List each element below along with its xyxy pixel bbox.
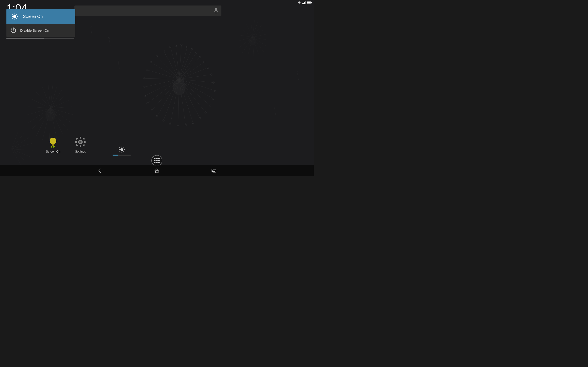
dropdown-menu: Screen On Disable Screen On bbox=[6, 9, 75, 37]
svg-line-90 bbox=[253, 25, 262, 37]
svg-rect-155 bbox=[51, 147, 52, 148]
svg-line-92 bbox=[253, 34, 268, 37]
svg-line-103 bbox=[241, 29, 253, 37]
dropdown-header: Screen On bbox=[6, 9, 75, 24]
search-bar[interactable] bbox=[74, 6, 221, 16]
svg-point-122 bbox=[297, 72, 298, 73]
svg-line-5 bbox=[179, 53, 196, 79]
dropdown-header-title: Screen On bbox=[23, 14, 43, 19]
svg-line-2 bbox=[179, 45, 182, 79]
svg-line-27 bbox=[147, 70, 179, 79]
svg-line-141 bbox=[13, 18, 13, 19]
svg-line-107 bbox=[11, 138, 29, 149]
svg-line-89 bbox=[253, 22, 258, 37]
svg-line-151 bbox=[55, 138, 56, 139]
svg-line-6 bbox=[179, 57, 200, 79]
svg-line-121 bbox=[297, 73, 299, 80]
svg-line-175 bbox=[120, 151, 120, 152]
back-button[interactable] bbox=[95, 165, 105, 176]
recents-button[interactable] bbox=[208, 165, 219, 176]
screen-on-icon-image bbox=[47, 135, 60, 148]
app-drawer bbox=[151, 155, 162, 166]
brightness-fill bbox=[112, 155, 118, 156]
svg-line-102 bbox=[238, 35, 253, 37]
dots-grid bbox=[154, 158, 160, 163]
svg-rect-153 bbox=[52, 146, 54, 147]
dot-4 bbox=[154, 160, 156, 161]
dot-9 bbox=[158, 162, 160, 163]
home-button[interactable] bbox=[151, 165, 162, 176]
brightness-widget bbox=[112, 146, 131, 156]
svg-rect-126 bbox=[305, 1, 306, 4]
svg-line-113 bbox=[91, 27, 92, 34]
svg-line-139 bbox=[16, 18, 17, 19]
svg-line-110 bbox=[11, 149, 31, 157]
icon-group: Screen On Settings bbox=[46, 135, 87, 153]
svg-point-142 bbox=[50, 138, 56, 144]
app-drawer-button[interactable] bbox=[151, 155, 162, 166]
dot-8 bbox=[156, 162, 157, 163]
scroll-indicator bbox=[6, 38, 74, 39]
svg-line-138 bbox=[13, 15, 13, 15]
svg-line-1 bbox=[176, 46, 179, 79]
svg-rect-163 bbox=[76, 138, 78, 140]
svg-line-64 bbox=[48, 85, 51, 108]
brightness-slider-icon bbox=[119, 146, 125, 153]
svg-point-118 bbox=[118, 60, 119, 61]
screen-on-icon-widget[interactable]: Screen On bbox=[46, 135, 60, 153]
svg-rect-125 bbox=[304, 2, 305, 4]
screen-on-label: Screen On bbox=[46, 150, 60, 153]
svg-line-26 bbox=[144, 78, 179, 79]
svg-point-120 bbox=[274, 106, 275, 107]
dot-3 bbox=[158, 158, 160, 159]
svg-line-31 bbox=[170, 47, 179, 79]
svg-point-114 bbox=[90, 26, 91, 27]
svg-line-84 bbox=[36, 92, 51, 108]
dot-2 bbox=[156, 158, 157, 159]
svg-line-173 bbox=[123, 151, 124, 152]
disable-screen-on-label: Disable Screen On bbox=[20, 28, 49, 32]
svg-rect-152 bbox=[51, 146, 52, 147]
nav-bar bbox=[0, 165, 314, 176]
svg-line-87 bbox=[251, 21, 253, 37]
svg-line-83 bbox=[32, 99, 51, 108]
svg-line-150 bbox=[50, 138, 51, 139]
battery-icon bbox=[307, 1, 312, 4]
svg-rect-176 bbox=[156, 171, 158, 173]
svg-point-167 bbox=[120, 148, 123, 151]
disable-screen-on-item[interactable]: Disable Screen On bbox=[6, 24, 75, 37]
brightness-slider[interactable] bbox=[112, 155, 131, 156]
svg-line-74 bbox=[51, 108, 63, 135]
dot-7 bbox=[154, 162, 156, 163]
svg-line-88 bbox=[253, 20, 254, 37]
svg-rect-161 bbox=[75, 141, 77, 143]
svg-rect-129 bbox=[311, 2, 312, 3]
svg-line-9 bbox=[179, 75, 211, 79]
svg-line-172 bbox=[120, 147, 120, 148]
settings-icon-image bbox=[74, 135, 87, 148]
svg-rect-154 bbox=[54, 146, 55, 147]
svg-rect-159 bbox=[80, 137, 81, 139]
svg-rect-156 bbox=[52, 147, 54, 148]
svg-line-105 bbox=[11, 131, 18, 149]
svg-line-16 bbox=[179, 79, 193, 123]
svg-rect-124 bbox=[303, 3, 304, 4]
svg-rect-178 bbox=[213, 170, 216, 172]
settings-icon-widget[interactable]: Settings bbox=[74, 135, 87, 153]
svg-line-91 bbox=[253, 29, 265, 37]
power-icon bbox=[10, 27, 17, 33]
svg-rect-177 bbox=[212, 169, 215, 172]
screen-on-header-icon bbox=[10, 12, 19, 21]
svg-line-68 bbox=[51, 94, 67, 108]
mic-icon[interactable] bbox=[214, 8, 218, 14]
svg-rect-162 bbox=[84, 141, 86, 143]
svg-point-116 bbox=[108, 37, 110, 39]
svg-line-30 bbox=[164, 51, 179, 79]
svg-rect-130 bbox=[215, 8, 217, 11]
svg-line-111 bbox=[11, 149, 27, 163]
settings-label: Settings bbox=[75, 150, 86, 153]
svg-rect-128 bbox=[307, 2, 311, 4]
svg-line-22 bbox=[152, 79, 179, 110]
svg-line-108 bbox=[11, 143, 32, 149]
svg-line-65 bbox=[51, 84, 53, 108]
